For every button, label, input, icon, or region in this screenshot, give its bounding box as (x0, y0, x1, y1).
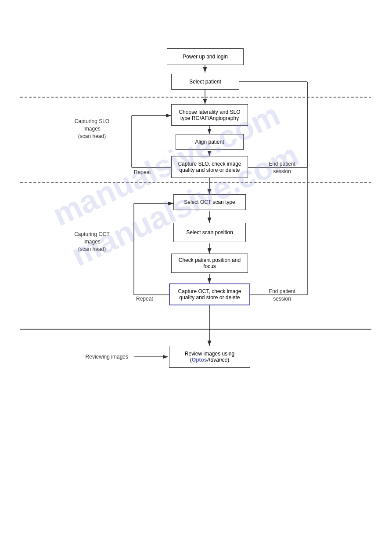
box-select-patient-label: Select patient (189, 79, 221, 85)
box-check-patient-label: Check patient position and focus (175, 257, 244, 269)
box-select-oct-label: Select OCT scan type (184, 199, 235, 205)
box-choose-laterality-label: Choose laterality and SLO type RG/AF/Ang… (175, 109, 244, 121)
section-label-review: Reviewing images (67, 353, 128, 361)
box-capture-oct: Capture OCT, check image quality and sto… (169, 283, 250, 305)
box-review-images: Review images using (OptosAdvance) (169, 346, 250, 368)
box-select-oct: Select OCT scan type (173, 194, 246, 210)
box-select-patient: Select patient (171, 74, 239, 90)
section-label-oct: Capturing OCTimages(scan head) (67, 231, 117, 253)
end-label-slo: End patientsession (263, 160, 301, 175)
box-choose-laterality: Choose laterality and SLO type RG/AF/Ang… (171, 104, 248, 126)
dashed-line-1 (20, 97, 371, 98)
solid-line (20, 329, 371, 330)
box-capture-slo: Capture SLO, check image quality and sto… (171, 156, 248, 178)
box-align-patient: Align patient (176, 134, 244, 150)
box-power-up-label: Power up and login (183, 54, 228, 60)
advance-text: Advance (207, 357, 227, 363)
box-select-scan-pos: Select scan position (173, 223, 246, 242)
end-label-oct: End patientsession (263, 288, 301, 303)
optos-text: Optos (192, 357, 207, 363)
box-power-up: Power up and login (167, 48, 244, 65)
repeat-label-slo: Repeat (134, 169, 151, 175)
box-capture-oct-label: Capture OCT, check image quality and sto… (173, 288, 246, 301)
dashed-line-2 (20, 182, 371, 183)
box-check-patient: Check patient position and focus (171, 254, 248, 273)
box-select-scan-pos-label: Select scan position (186, 229, 233, 236)
section-label-slo: Capturing SLOimages(scan head) (67, 118, 117, 140)
repeat-label-oct: Repeat (136, 296, 153, 302)
box-review-label: Review images using (OptosAdvance) (173, 351, 246, 363)
diagram-container: manualsive.commanualsive.com (0, 0, 392, 555)
box-capture-slo-label: Capture SLO, check image quality and sto… (175, 161, 244, 173)
box-align-patient-label: Align patient (195, 139, 224, 145)
